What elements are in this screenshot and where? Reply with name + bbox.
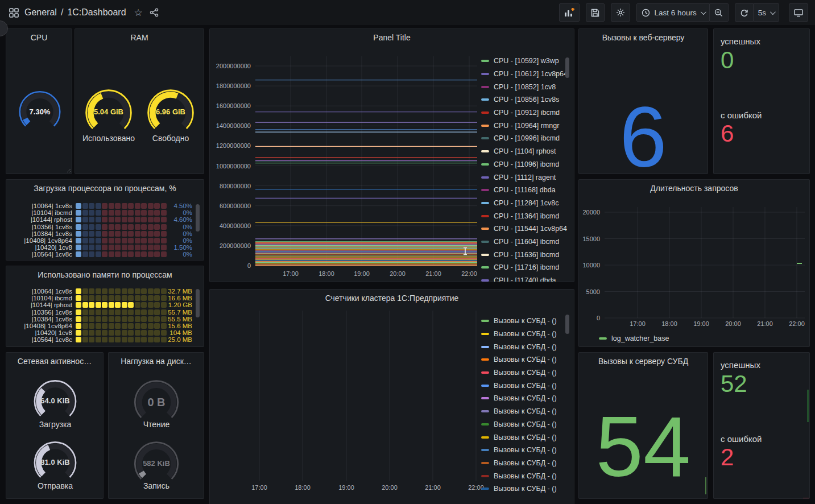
heatmap-cell bbox=[115, 238, 121, 243]
legend-item[interactable]: CPU - [11716] ibcmd bbox=[481, 261, 569, 274]
heatmap-cell bbox=[89, 337, 94, 342]
panel-scrollbar[interactable] bbox=[196, 204, 200, 232]
tv-mode-button[interactable] bbox=[789, 3, 808, 22]
svg-text:22:00: 22:00 bbox=[789, 320, 805, 327]
ram-used-gauge: 5.04 GiB bbox=[81, 88, 136, 131]
panel-resize-handle[interactable] bbox=[65, 167, 71, 172]
panel-title[interactable]: Вызовы к серверу СУБД bbox=[579, 353, 708, 366]
legend-item[interactable]: CPU - [10612] 1cv8p64 bbox=[481, 68, 569, 81]
save-dashboard-button[interactable] bbox=[586, 3, 605, 22]
legend-item[interactable]: CPU - [11364] ibcmd bbox=[481, 209, 569, 222]
legend-item[interactable]: Вызовы к СУБД - () bbox=[481, 457, 569, 470]
gauge-value: 5.04 GiB bbox=[81, 108, 136, 116]
heatmap-cell bbox=[89, 217, 94, 222]
legend-item[interactable]: CPU - [11168] dbda bbox=[481, 184, 569, 197]
legend-item[interactable]: CPU - [10996] ibcmd bbox=[481, 132, 569, 145]
legend-item[interactable]: CPU - [11740] dbda bbox=[481, 274, 569, 282]
panel-mem-by-process: Использовано памяти по процессам |10064|… bbox=[6, 266, 204, 347]
heatmap-cell bbox=[76, 330, 81, 336]
legend-item[interactable]: CPU - [10856] 1cv8s bbox=[481, 93, 569, 106]
legend-scrollbar[interactable] bbox=[565, 315, 569, 334]
legend-item[interactable]: CPU - [1104] rphost bbox=[481, 145, 569, 158]
breadcrumb-folder[interactable]: General bbox=[24, 7, 57, 18]
panel-scrollbar[interactable] bbox=[196, 289, 200, 317]
legend-item[interactable]: CPU - [11636] ibcmd bbox=[481, 248, 569, 261]
heatmap-cell bbox=[96, 302, 101, 308]
panel-title[interactable]: Сетевая активнос… bbox=[6, 353, 103, 366]
page-title[interactable]: 1C:Dashboard bbox=[67, 7, 126, 18]
time-range-picker[interactable]: Last 6 hours bbox=[636, 3, 709, 22]
legend-swatch-icon bbox=[481, 202, 489, 204]
heatmap-cell bbox=[135, 251, 140, 257]
error-label: с ошибкой bbox=[721, 434, 762, 444]
legend-item[interactable]: Вызовы к СУБД - () bbox=[481, 353, 569, 366]
panel-title[interactable]: CPU bbox=[6, 29, 72, 42]
legend-item[interactable]: Вызовы к СУБД - () bbox=[481, 431, 569, 444]
legend-item[interactable]: CPU - [10912] ibcmd bbox=[481, 106, 569, 119]
legend-item[interactable]: Вызовы к СУБД - () bbox=[481, 366, 569, 379]
legend-item[interactable]: Вызовы к СУБД - () bbox=[481, 444, 569, 457]
svg-text:10000: 10000 bbox=[582, 262, 600, 268]
refresh-interval-picker[interactable]: 5s bbox=[754, 3, 779, 22]
heatmap-cell bbox=[102, 330, 107, 336]
zoom-out-time-button[interactable] bbox=[710, 3, 729, 22]
legend-item[interactable]: CPU - [10592] w3wp bbox=[481, 55, 569, 68]
gauge-value: 64.0 KiB bbox=[30, 396, 80, 405]
svg-text:18:00: 18:00 bbox=[318, 270, 334, 277]
db-calls-sparkline bbox=[705, 477, 706, 494]
breadcrumb[interactable]: General / 1C:Dashboard bbox=[24, 7, 126, 18]
refresh-button[interactable] bbox=[735, 3, 754, 22]
legend-item[interactable]: CPU - [11604] ibcmd bbox=[481, 236, 569, 249]
panel-title[interactable]: RAM bbox=[75, 29, 204, 42]
heatmap-cell bbox=[89, 238, 94, 243]
panel-title[interactable]: Использовано памяти по процессам bbox=[6, 266, 204, 279]
legend-item[interactable]: Вызовы к СУБД - () bbox=[481, 392, 569, 405]
legend-item[interactable]: Вызовы к СУБД - () bbox=[481, 482, 569, 495]
legend-item[interactable]: CPU - [10964] rmngr bbox=[481, 119, 569, 132]
legend-scrollbar[interactable] bbox=[565, 57, 569, 78]
save-icon bbox=[591, 9, 599, 17]
legend-item[interactable]: Вызовы к СУБД - () bbox=[481, 418, 569, 431]
legend-item[interactable]: Вызовы к СУБД - () bbox=[481, 328, 569, 341]
legend-item[interactable]: CPU - [1112] ragent bbox=[481, 171, 569, 184]
heatmap-cell bbox=[109, 330, 114, 336]
legend-item[interactable]: CPU - [11284] 1cv8c bbox=[481, 197, 569, 210]
heatmap-cell bbox=[102, 210, 107, 216]
request-duration-plot[interactable]: 0500010000150002000017:0018:0019:0020:00… bbox=[579, 180, 810, 347]
heatmap-cells bbox=[76, 231, 167, 237]
star-icon[interactable]: ☆ bbox=[134, 8, 143, 18]
dashboard-settings-button[interactable] bbox=[611, 3, 630, 22]
process-label: |10420| 1cv8 bbox=[11, 244, 76, 251]
svg-text:400000000: 400000000 bbox=[220, 222, 251, 229]
heatmap-cell bbox=[161, 245, 167, 250]
panel-title[interactable]: Нагпузка на диск… bbox=[109, 353, 204, 366]
svg-text:200000000: 200000000 bbox=[220, 242, 251, 249]
legend-item[interactable]: Вызовы к СУБД - () bbox=[481, 469, 569, 482]
legend-item[interactable]: CPU - [10852] 1cv8 bbox=[481, 80, 569, 93]
heatmap-cell bbox=[135, 231, 140, 237]
panel-title[interactable]: Вызовы к веб-серверу bbox=[579, 29, 708, 42]
heatmap-cell bbox=[109, 302, 114, 308]
legend-item[interactable]: CPU - [11096] ibcmd bbox=[481, 158, 569, 171]
heatmap-cell bbox=[96, 224, 101, 230]
legend-item[interactable]: log_watcher_base bbox=[599, 333, 713, 344]
legend-item[interactable]: Вызовы к СУБД - () bbox=[481, 405, 569, 418]
add-panel-button[interactable] bbox=[559, 3, 580, 22]
legend-item[interactable]: Вызовы к СУБД - () bbox=[481, 340, 569, 353]
legend-swatch-icon bbox=[481, 266, 489, 268]
heatmap-cell bbox=[122, 337, 127, 342]
legend-item[interactable]: Вызовы к СУБД - () bbox=[481, 315, 569, 328]
apps-grid-icon[interactable] bbox=[9, 8, 19, 18]
heatmap-cell bbox=[154, 302, 160, 308]
legend-label: CPU - [10996] ibcmd bbox=[494, 134, 560, 142]
legend-item[interactable]: CPU - [11544] 1cv8p64 bbox=[481, 222, 569, 236]
legend-swatch-icon bbox=[481, 346, 489, 348]
legend-item[interactable]: Вызовы к СУБД - () bbox=[481, 379, 569, 392]
share-icon[interactable] bbox=[150, 8, 159, 17]
panel-title[interactable]: Загрузка процессора по процессам, % bbox=[6, 180, 204, 193]
heatmap-cell bbox=[102, 238, 107, 243]
legend-label: CPU - [1112] ragent bbox=[494, 173, 556, 181]
heatmap-row: |10104| ibcmd16.6 MB bbox=[11, 295, 200, 301]
legend-swatch-icon bbox=[481, 163, 489, 166]
legend-swatch-icon bbox=[599, 337, 607, 340]
